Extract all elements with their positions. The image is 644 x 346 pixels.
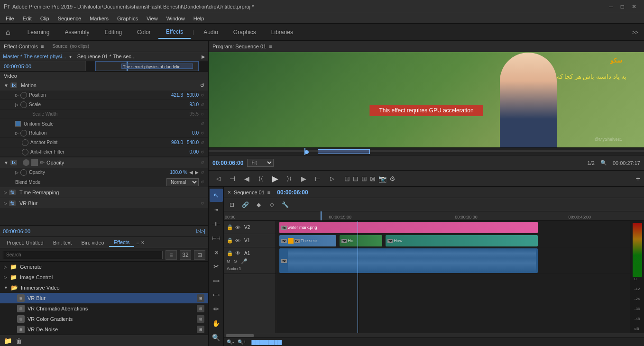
rotation-reset[interactable]: ↺ [201, 131, 204, 136]
settings-btn[interactable]: ⚙ [389, 175, 396, 182]
tl-keyframe-btn[interactable]: ◇ [267, 200, 277, 210]
play-btn[interactable]: ▶ [269, 173, 281, 184]
rolling-edit-btn[interactable]: ⊢⊣ [210, 231, 223, 245]
vr-chromatic-item[interactable]: ⊞ VR Chromatic Aberrations ⊞ [0, 303, 208, 314]
proj-tab-effects[interactable]: Effects [109, 238, 134, 247]
v1-clip1[interactable]: fx fx The secr... [279, 235, 336, 246]
menu-file[interactable]: File [2, 15, 18, 22]
close-btn[interactable]: ✕ [632, 3, 636, 10]
nav-tab-color[interactable]: Color [129, 26, 158, 38]
selection-tool-btn[interactable]: ↖ [210, 189, 223, 202]
vr-blur-item[interactable]: ⊞ VR Blur ⊞ [0, 293, 208, 303]
position-clock-icon[interactable] [20, 92, 27, 99]
effect-controls-menu-icon[interactable]: ≡ [41, 44, 44, 49]
nav-tab-editing[interactable]: Editing [97, 26, 129, 38]
timeline-close[interactable]: × [228, 189, 231, 196]
menu-clip[interactable]: Clip [37, 15, 53, 22]
insert-btn[interactable]: ⊡ [344, 175, 350, 182]
v1-clip2[interactable]: fx Ho... [340, 235, 382, 246]
program-monitor-menu[interactable]: ≡ [269, 44, 272, 49]
rotation-expand[interactable]: ▷ [15, 131, 18, 136]
pen-tool-btn[interactable]: ✏ [210, 302, 223, 316]
step-back-btn[interactable]: ◀ [241, 173, 252, 184]
icon-view-btn[interactable]: 32 [180, 250, 191, 260]
proj-tab-project[interactable]: Project: Untitled [2, 239, 48, 246]
timeline-timecode[interactable]: 00:00:06:00 [277, 189, 308, 196]
fit-select[interactable]: Fit 25% 50% 75% 100% [247, 159, 274, 167]
magnifier-icon[interactable]: 🔍 [600, 160, 607, 166]
mark-out-btn[interactable]: ▷ [326, 173, 338, 184]
nav-tab-audio[interactable]: Audio [196, 26, 226, 38]
effects-tab-menu[interactable]: ≡ [136, 240, 139, 246]
rotation-value[interactable]: 0.0 [192, 130, 199, 136]
track-select-fwd-btn[interactable]: ↠ [210, 203, 223, 216]
nav-tab-graphics[interactable]: Graphics [226, 26, 264, 38]
image-control-folder[interactable]: ▷ 📁 Image Control [0, 272, 208, 282]
rate-stretch-btn[interactable]: ⊠ [210, 246, 223, 259]
master-chevron[interactable]: ▾ [69, 54, 72, 59]
scale-clock-icon[interactable] [20, 101, 27, 108]
anti-flicker-reset[interactable]: ↺ [201, 150, 204, 155]
seq-arrow-btn[interactable]: ▶ [202, 54, 205, 59]
tl-zoom-in[interactable]: 🔍+ [238, 339, 246, 345]
video-section-header[interactable]: Video [0, 72, 208, 80]
generate-folder[interactable]: ▷ 📁 Generate [0, 262, 208, 272]
opacity-next-btn[interactable]: ▶ [195, 170, 199, 175]
meta-view-btn[interactable]: ⊟ [194, 250, 205, 260]
overwrite-btn[interactable]: ⊠ [370, 175, 376, 182]
fwd-btn[interactable]: ⟩⟩ [284, 173, 295, 184]
lift-btn[interactable]: ⊟ [353, 175, 359, 182]
scroll-indicator[interactable] [226, 334, 254, 337]
tl-zoom-out[interactable]: 🔍- [227, 339, 234, 345]
time-remap-expand[interactable]: ▷ [4, 190, 7, 195]
motion-header[interactable]: ▼ fx Motion ↺ [0, 80, 208, 91]
back-btn[interactable]: ⟨⟨ [255, 173, 267, 184]
nav-tab-effects[interactable]: Effects [158, 26, 191, 39]
maximize-btn[interactable]: □ [621, 3, 624, 10]
position-x-value[interactable]: 421.3 [171, 92, 183, 98]
vr-blur-reset[interactable]: ↺ [201, 201, 204, 206]
program-timecode[interactable]: 00:00:06:00 [212, 160, 243, 166]
time-remap-header[interactable]: ▷ fx Time Remapping [0, 187, 208, 198]
watermark-clip[interactable]: fx water mark.png [279, 222, 538, 233]
new-bin-btn[interactable]: 📁 [3, 336, 13, 346]
extract-btn[interactable]: ⊞ [361, 175, 367, 182]
ec-scroll-end[interactable]: ▷| [200, 228, 205, 234]
blend-reset[interactable]: ↺ [201, 180, 204, 184]
position-y-value[interactable]: 500.0 [187, 92, 199, 98]
a1-lock-icon[interactable]: 🔒 [227, 250, 233, 256]
prev-edit-btn[interactable]: ⊣ [227, 173, 238, 184]
menu-help[interactable]: Help [190, 15, 208, 22]
opacity-prev-btn[interactable]: ◀ [189, 170, 193, 175]
timeline-menu[interactable]: ≡ [267, 190, 270, 195]
opacity-reset[interactable]: ↺ [201, 160, 204, 165]
anti-flicker-clock-icon[interactable] [22, 149, 28, 155]
menu-view[interactable]: View [143, 15, 162, 22]
zoom-tool-btn[interactable]: 🔍 [210, 331, 223, 344]
a1-m-btn[interactable]: M [227, 259, 230, 264]
hand-tool-btn[interactable]: ✋ [210, 317, 223, 330]
tl-snap-btn[interactable]: ⊡ [227, 200, 237, 210]
nav-tab-assembly[interactable]: Assembly [57, 26, 97, 38]
uniform-scale-checkbox[interactable] [15, 121, 21, 127]
opacity-square-shape[interactable] [31, 159, 38, 166]
v1-vis-icon[interactable]: 👁 [235, 238, 240, 244]
v2-vis-icon[interactable]: 👁 [235, 225, 240, 230]
vr-blur-expand[interactable]: ▷ [4, 201, 7, 206]
razor-btn[interactable]: ✂ [210, 260, 223, 273]
scale-expand[interactable]: ▷ [15, 102, 18, 107]
v1-lock-icon[interactable]: 🔒 [227, 237, 233, 244]
ec-scroll-right[interactable]: ▷ [196, 228, 200, 234]
timeline-ruler[interactable]: 00:00 00:00:15:00 00:00:30:00 00:00:45:0… [224, 211, 644, 221]
menu-window[interactable]: Window [163, 15, 189, 22]
opacity-clock-icon[interactable] [20, 169, 27, 176]
menu-sequence[interactable]: Sequence [54, 15, 85, 22]
scale-reset[interactable]: ↺ [201, 102, 204, 107]
position-expand[interactable]: ▷ [15, 93, 18, 98]
timeline-scrollbar[interactable] [224, 333, 644, 337]
monitor-scrubber[interactable] [209, 147, 644, 155]
tl-link-btn[interactable]: 🔗 [240, 200, 250, 210]
proj-tab-bin-video[interactable]: Bin: video [76, 239, 109, 246]
tl-marker-btn[interactable]: ◆ [253, 200, 264, 210]
rotation-clock-icon[interactable] [20, 130, 27, 137]
